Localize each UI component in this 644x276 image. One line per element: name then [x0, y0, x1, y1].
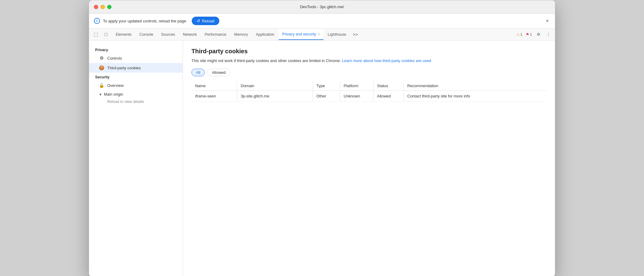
tab-console-label: Console	[139, 32, 153, 37]
col-header-name: Name	[191, 81, 237, 91]
tab-close-icon[interactable]: ×	[318, 32, 320, 36]
tab-sources[interactable]: Sources	[158, 29, 179, 40]
devtools-device-icon[interactable]: □	[102, 30, 110, 39]
warning-badge[interactable]: ⚠ 1	[515, 32, 524, 37]
reload-icon: ↺	[197, 18, 200, 23]
sidebar-item-controls[interactable]: ⚙ Controls	[89, 53, 183, 63]
tab-lighthouse[interactable]: Lighthouse	[324, 29, 350, 40]
filter-allowed-button[interactable]: Allowed	[207, 69, 230, 76]
tab-privacy-and-security[interactable]: Privacy and security ×	[279, 29, 324, 40]
window-title: DevTools - 3pc.glitch.me/	[300, 5, 344, 9]
table-body: iframe-seen 3p-site.glitch.me Other Unkn…	[191, 90, 546, 101]
notification-bar: i To apply your updated controls, reload…	[89, 14, 555, 28]
main-origin-label: Main origin	[104, 92, 123, 97]
warning-count: 1	[520, 32, 523, 37]
sidebar: Privacy ⚙ Controls 🍪 Third-party cookies…	[89, 41, 183, 276]
privacy-section-title: Privacy	[89, 45, 183, 53]
tab-performance[interactable]: Performance	[201, 29, 230, 40]
tab-sources-label: Sources	[161, 32, 175, 37]
filter-bar: All Allowed	[191, 69, 546, 76]
tab-application-label: Application	[256, 32, 274, 37]
titlebar: DevTools - 3pc.glitch.me/	[89, 0, 555, 14]
notification-text: To apply your updated controls, reload t…	[103, 19, 186, 23]
error-badge[interactable]: ⚑ 1	[525, 32, 533, 37]
table-header-row: Name Domain Type Platform Status Recomme…	[191, 81, 546, 91]
traffic-lights	[94, 5, 111, 9]
close-button[interactable]	[94, 5, 98, 9]
tab-lighthouse-label: Lighthouse	[328, 32, 346, 37]
tabs-bar: ⬚ □ Elements Console Sources Network Per…	[89, 28, 555, 41]
controls-label: Controls	[107, 56, 122, 61]
minimize-button[interactable]	[101, 5, 105, 9]
security-section-title: Security	[89, 73, 183, 80]
chevron-icon: ▼	[99, 93, 102, 96]
cell-recommendation: Contact third-party site for more info	[403, 90, 546, 101]
warning-icon: ⚠	[516, 32, 520, 37]
cookies-table: Name Domain Type Platform Status Recomme…	[191, 81, 546, 102]
cookies-icon: 🍪	[99, 65, 104, 71]
sidebar-item-reload: Reload to view details	[89, 98, 183, 105]
filter-all-button[interactable]: All	[191, 69, 205, 76]
tab-application[interactable]: Application	[252, 29, 278, 40]
settings-button[interactable]: ⚙	[534, 30, 543, 39]
tab-console[interactable]: Console	[136, 29, 157, 40]
tab-actions: ⚠ 1 ⚑ 1 ⚙ ⋮	[515, 30, 553, 39]
reload-label: Reload	[202, 19, 214, 23]
error-count: 1	[530, 32, 532, 37]
col-header-status: Status	[373, 81, 403, 91]
overview-label: Overview	[107, 83, 124, 88]
col-header-type: Type	[313, 81, 340, 91]
tab-elements-label: Elements	[116, 32, 131, 37]
content-area: Third-party cookies This site might not …	[183, 41, 555, 276]
cell-type: Other	[313, 90, 340, 101]
col-header-domain: Domain	[237, 81, 313, 91]
col-header-platform: Platform	[340, 81, 373, 91]
sidebar-item-overview[interactable]: 🔒 Overview	[89, 80, 183, 90]
tab-memory[interactable]: Memory	[231, 29, 251, 40]
sidebar-item-main-origin[interactable]: ▼ Main origin	[89, 90, 183, 98]
tab-elements[interactable]: Elements	[112, 29, 135, 40]
learn-more-link[interactable]: Learn more about how third-party cookies…	[342, 58, 431, 63]
lock-icon: 🔒	[99, 83, 104, 88]
cell-name: iframe-seen	[191, 90, 237, 101]
maximize-button[interactable]	[107, 5, 111, 9]
tab-performance-label: Performance	[205, 32, 227, 37]
main-layout: Privacy ⚙ Controls 🍪 Third-party cookies…	[89, 41, 555, 276]
reload-button[interactable]: ↺ Reload	[192, 17, 219, 25]
col-header-recommendation: Recommendation	[403, 81, 546, 91]
devtools-window: DevTools - 3pc.glitch.me/ i To apply you…	[89, 0, 555, 276]
tab-more-button[interactable]: >>	[350, 32, 360, 37]
third-party-cookies-label: Third-party cookies	[107, 66, 141, 70]
more-options-button[interactable]: ⋮	[544, 30, 553, 39]
cell-domain: 3p-site.glitch.me	[237, 90, 313, 101]
sidebar-item-third-party-cookies[interactable]: 🍪 Third-party cookies	[89, 63, 183, 73]
notification-close-button[interactable]: ×	[544, 18, 550, 24]
cell-status: Allowed	[373, 90, 403, 101]
table-row[interactable]: iframe-seen 3p-site.glitch.me Other Unkn…	[191, 90, 546, 101]
cell-platform: Unknown	[340, 90, 373, 101]
controls-icon: ⚙	[99, 55, 104, 61]
content-description: This site might not work if third-party …	[191, 58, 546, 64]
tab-memory-label: Memory	[234, 32, 248, 37]
error-icon: ⚑	[526, 32, 529, 37]
reload-to-view-text: Reload to view details	[107, 100, 144, 104]
tab-privacy-label: Privacy and security	[282, 32, 316, 36]
tab-network-label: Network	[183, 32, 197, 37]
devtools-select-icon[interactable]: ⬚	[91, 30, 100, 39]
tab-network[interactable]: Network	[179, 29, 201, 40]
info-icon: i	[94, 18, 100, 24]
page-title: Third-party cookies	[191, 48, 546, 55]
